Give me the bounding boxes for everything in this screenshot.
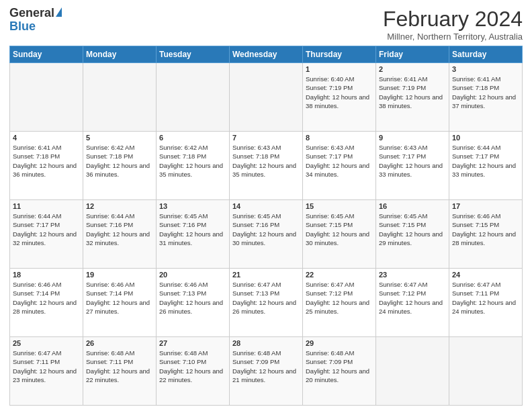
day-info: Sunrise: 6:44 AM Sunset: 7:17 PM Dayligh… (452, 143, 519, 179)
table-row: 25Sunrise: 6:47 AM Sunset: 7:11 PM Dayli… (10, 337, 83, 406)
day-number: 28 (232, 339, 300, 347)
day-info: Sunrise: 6:47 AM Sunset: 7:11 PM Dayligh… (452, 280, 519, 316)
table-row: 12Sunrise: 6:44 AM Sunset: 7:16 PM Dayli… (83, 200, 157, 269)
day-number: 14 (232, 202, 300, 210)
day-info: Sunrise: 6:46 AM Sunset: 7:15 PM Dayligh… (452, 212, 519, 247)
day-info: Sunrise: 6:43 AM Sunset: 7:17 PM Dayligh… (379, 143, 446, 179)
col-monday: Monday (83, 46, 157, 63)
day-number: 8 (306, 134, 373, 142)
day-info: Sunrise: 6:41 AM Sunset: 7:19 PM Dayligh… (379, 75, 446, 110)
week-row-2: 11Sunrise: 6:44 AM Sunset: 7:17 PM Dayli… (10, 200, 523, 269)
day-number: 27 (159, 339, 226, 347)
table-row (376, 337, 449, 406)
day-info: Sunrise: 6:44 AM Sunset: 7:17 PM Dayligh… (13, 212, 80, 247)
day-info: Sunrise: 6:45 AM Sunset: 7:15 PM Dayligh… (379, 212, 446, 247)
day-number: 16 (379, 202, 446, 210)
day-number: 24 (452, 271, 519, 279)
day-number: 3 (452, 65, 519, 73)
day-info: Sunrise: 6:40 AM Sunset: 7:19 PM Dayligh… (306, 75, 373, 110)
day-number: 5 (86, 134, 153, 142)
day-info: Sunrise: 6:43 AM Sunset: 7:18 PM Dayligh… (232, 143, 300, 179)
day-number: 9 (379, 134, 446, 142)
table-row: 16Sunrise: 6:45 AM Sunset: 7:15 PM Dayli… (376, 200, 449, 269)
table-row: 27Sunrise: 6:48 AM Sunset: 7:10 PM Dayli… (157, 337, 230, 406)
header: General Blue February 2024 Millner, Nort… (9, 7, 523, 42)
day-number: 7 (232, 134, 300, 142)
calendar-table: Sunday Monday Tuesday Wednesday Thursday… (9, 46, 523, 406)
table-row: 7Sunrise: 6:43 AM Sunset: 7:18 PM Daylig… (230, 132, 303, 200)
table-row: 4Sunrise: 6:41 AM Sunset: 7:18 PM Daylig… (10, 132, 83, 200)
col-saturday: Saturday (449, 46, 523, 63)
logo-general: General (9, 7, 54, 20)
day-info: Sunrise: 6:47 AM Sunset: 7:12 PM Dayligh… (306, 280, 373, 316)
day-info: Sunrise: 6:47 AM Sunset: 7:12 PM Dayligh… (379, 280, 446, 316)
day-info: Sunrise: 6:42 AM Sunset: 7:18 PM Dayligh… (86, 143, 153, 179)
table-row (449, 337, 523, 406)
table-row: 9Sunrise: 6:43 AM Sunset: 7:17 PM Daylig… (376, 132, 449, 200)
month-title: February 2024 (383, 7, 523, 32)
title-area: February 2024 Millner, Northern Territor… (383, 7, 523, 42)
day-number: 21 (232, 271, 300, 279)
day-info: Sunrise: 6:47 AM Sunset: 7:13 PM Dayligh… (232, 280, 300, 316)
day-info: Sunrise: 6:47 AM Sunset: 7:11 PM Dayligh… (13, 349, 80, 384)
week-row-1: 4Sunrise: 6:41 AM Sunset: 7:18 PM Daylig… (10, 132, 523, 200)
table-row: 17Sunrise: 6:46 AM Sunset: 7:15 PM Dayli… (449, 200, 523, 269)
day-number: 17 (452, 202, 519, 210)
week-row-4: 25Sunrise: 6:47 AM Sunset: 7:11 PM Dayli… (10, 337, 523, 406)
table-row (157, 63, 230, 132)
day-number: 20 (159, 271, 226, 279)
day-info: Sunrise: 6:43 AM Sunset: 7:17 PM Dayligh… (306, 143, 373, 179)
day-info: Sunrise: 6:44 AM Sunset: 7:16 PM Dayligh… (86, 212, 153, 247)
day-number: 2 (379, 65, 446, 73)
day-number: 4 (13, 134, 80, 142)
table-row: 26Sunrise: 6:48 AM Sunset: 7:11 PM Dayli… (83, 337, 157, 406)
day-number: 13 (159, 202, 226, 210)
day-info: Sunrise: 6:48 AM Sunset: 7:10 PM Dayligh… (159, 349, 226, 384)
col-sunday: Sunday (10, 46, 83, 63)
day-number: 12 (86, 202, 153, 210)
table-row: 1Sunrise: 6:40 AM Sunset: 7:19 PM Daylig… (303, 63, 376, 132)
day-info: Sunrise: 6:48 AM Sunset: 7:09 PM Dayligh… (232, 349, 300, 384)
table-row: 2Sunrise: 6:41 AM Sunset: 7:19 PM Daylig… (376, 63, 449, 132)
table-row (230, 63, 303, 132)
table-row: 21Sunrise: 6:47 AM Sunset: 7:13 PM Dayli… (230, 269, 303, 337)
table-row: 14Sunrise: 6:45 AM Sunset: 7:16 PM Dayli… (230, 200, 303, 269)
day-info: Sunrise: 6:46 AM Sunset: 7:13 PM Dayligh… (159, 280, 226, 316)
col-thursday: Thursday (303, 46, 376, 63)
day-number: 19 (86, 271, 153, 279)
table-row: 3Sunrise: 6:41 AM Sunset: 7:18 PM Daylig… (449, 63, 523, 132)
table-row: 11Sunrise: 6:44 AM Sunset: 7:17 PM Dayli… (10, 200, 83, 269)
page: General Blue February 2024 Millner, Nort… (0, 0, 532, 411)
col-tuesday: Tuesday (157, 46, 230, 63)
day-number: 26 (86, 339, 153, 347)
day-number: 23 (379, 271, 446, 279)
day-info: Sunrise: 6:48 AM Sunset: 7:09 PM Dayligh… (306, 349, 373, 384)
day-info: Sunrise: 6:45 AM Sunset: 7:16 PM Dayligh… (159, 212, 226, 247)
day-number: 15 (306, 202, 373, 210)
week-row-3: 18Sunrise: 6:46 AM Sunset: 7:14 PM Dayli… (10, 269, 523, 337)
day-number: 10 (452, 134, 519, 142)
table-row: 29Sunrise: 6:48 AM Sunset: 7:09 PM Dayli… (303, 337, 376, 406)
table-row: 23Sunrise: 6:47 AM Sunset: 7:12 PM Dayli… (376, 269, 449, 337)
table-row (83, 63, 157, 132)
day-info: Sunrise: 6:48 AM Sunset: 7:11 PM Dayligh… (86, 349, 153, 384)
day-number: 18 (13, 271, 80, 279)
table-row: 5Sunrise: 6:42 AM Sunset: 7:18 PM Daylig… (83, 132, 157, 200)
col-friday: Friday (376, 46, 449, 63)
day-info: Sunrise: 6:42 AM Sunset: 7:18 PM Dayligh… (159, 143, 226, 179)
logo-triangle-icon (56, 7, 62, 17)
header-row: Sunday Monday Tuesday Wednesday Thursday… (10, 46, 523, 63)
day-info: Sunrise: 6:45 AM Sunset: 7:16 PM Dayligh… (232, 212, 300, 247)
week-row-0: 1Sunrise: 6:40 AM Sunset: 7:19 PM Daylig… (10, 63, 523, 132)
day-info: Sunrise: 6:46 AM Sunset: 7:14 PM Dayligh… (86, 280, 153, 316)
table-row: 28Sunrise: 6:48 AM Sunset: 7:09 PM Dayli… (230, 337, 303, 406)
logo-blue: Blue (9, 20, 62, 34)
day-number: 29 (306, 339, 373, 347)
table-row: 18Sunrise: 6:46 AM Sunset: 7:14 PM Dayli… (10, 269, 83, 337)
day-number: 11 (13, 202, 80, 210)
table-row (10, 63, 83, 132)
day-number: 6 (159, 134, 226, 142)
day-number: 25 (13, 339, 80, 347)
table-row: 20Sunrise: 6:46 AM Sunset: 7:13 PM Dayli… (157, 269, 230, 337)
day-number: 1 (306, 65, 373, 73)
